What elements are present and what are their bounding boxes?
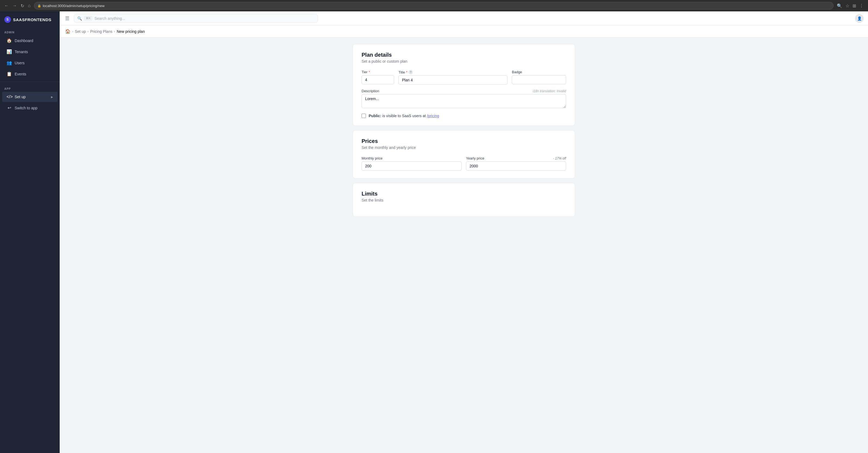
- tier-label: Tier *: [362, 70, 394, 74]
- yearly-input[interactable]: [466, 161, 566, 171]
- search-placeholder: Search anything...: [94, 16, 125, 21]
- breadcrumb-setup-label: Set up: [75, 29, 86, 34]
- prices-row: Monthly price Yearly price - 17% off: [362, 156, 566, 171]
- reload-button[interactable]: ↻: [20, 3, 25, 9]
- public-bold-label: Public:: [369, 114, 381, 118]
- star-icon[interactable]: ☆: [844, 3, 850, 9]
- sidebar: S SAASFRONTENDS ADMIN 🏠 Dashboard 📊 Tena…: [0, 11, 60, 453]
- sidebar-item-events[interactable]: 📋 Events: [2, 69, 58, 79]
- title-input[interactable]: [399, 76, 507, 85]
- public-text: is visible to SaaS users at: [382, 114, 427, 118]
- info-icon: ?: [408, 70, 413, 74]
- breadcrumb-pricing-plans[interactable]: Pricing Plans: [90, 29, 112, 34]
- breadcrumb-new: New pricing plan: [117, 29, 145, 34]
- prices-subtitle: Set the monthly and yearly price: [362, 145, 566, 150]
- badge-group: Badge: [512, 70, 566, 85]
- browser-nav: ← → ↻ ⌂: [3, 3, 32, 9]
- app-container: S SAASFRONTENDS ADMIN 🏠 Dashboard 📊 Tena…: [0, 11, 868, 453]
- extensions-icon[interactable]: ⊞: [851, 3, 857, 9]
- arrow-icon: ▶: [51, 95, 53, 98]
- main-content: ☰ 🔍 ⌘K Search anything... 👤 🏠 › Set up ›…: [60, 11, 868, 453]
- yearly-discount: - 17% off: [553, 156, 566, 160]
- limits-card: Limits Set the limits: [352, 183, 575, 217]
- badge-label: Badge: [512, 70, 566, 74]
- prices-card: Prices Set the monthly and yearly price …: [352, 130, 575, 179]
- description-header: Description i18n translation: Invalid: [362, 89, 566, 93]
- title-label: Title * ?: [399, 70, 507, 74]
- app-section-label: APP: [0, 84, 60, 91]
- plan-details-subtitle: Set a public or custom plan: [362, 59, 566, 63]
- home-button[interactable]: ⌂: [27, 3, 32, 9]
- public-checkbox[interactable]: [362, 114, 366, 118]
- breadcrumb-setup[interactable]: Set up: [75, 29, 86, 34]
- menu-icon[interactable]: ⋮: [858, 3, 865, 9]
- yearly-label: Yearly price: [466, 156, 484, 160]
- user-avatar[interactable]: 👤: [855, 14, 864, 23]
- page-content: Plan details Set a public or custom plan…: [60, 37, 868, 453]
- yearly-group: Yearly price - 17% off: [466, 156, 566, 171]
- tier-title-badge-row: Tier * Title * ? Badge: [362, 70, 566, 85]
- sidebar-item-switch[interactable]: ↩ Switch to app: [2, 102, 58, 113]
- sidebar-item-label: Switch to app: [14, 106, 37, 110]
- admin-section-label: ADMIN: [0, 28, 60, 35]
- limits-title: Limits: [362, 191, 566, 197]
- i18n-note: i18n translation: Invalid: [533, 89, 566, 93]
- public-link[interactable]: /pricing: [427, 114, 439, 118]
- sidebar-item-users[interactable]: 👥 Users: [2, 58, 58, 68]
- breadcrumb-pricing-label: Pricing Plans: [90, 29, 112, 34]
- forward-button[interactable]: →: [11, 3, 18, 9]
- tenants-icon: 📊: [6, 49, 12, 54]
- home-icon: 🏠: [65, 29, 70, 34]
- public-checkbox-row: Public: is visible to SaaS users at /pri…: [362, 114, 566, 118]
- monthly-group: Monthly price: [362, 156, 462, 171]
- url-text: localhost:3000/admin/setup/pricing/new: [43, 4, 105, 8]
- breadcrumb-sep-3: ›: [114, 30, 115, 33]
- logo-icon: S: [4, 16, 11, 23]
- events-icon: 📋: [6, 71, 12, 77]
- breadcrumb-sep-2: ›: [87, 30, 88, 33]
- yearly-header: Yearly price - 17% off: [466, 156, 566, 160]
- address-bar[interactable]: 🔒 localhost:3000/admin/setup/pricing/new: [34, 2, 834, 9]
- lock-icon: 🔒: [37, 4, 41, 8]
- description-row: Description i18n translation: Invalid Lo…: [362, 89, 566, 109]
- setup-icon: </>: [6, 94, 12, 99]
- hamburger-button[interactable]: ☰: [64, 14, 70, 23]
- search-shortcut: ⌘K: [84, 16, 92, 21]
- dashboard-icon: 🏠: [6, 38, 12, 43]
- sidebar-divider: [0, 82, 60, 82]
- sidebar-item-setup[interactable]: </> Set up ▶: [2, 92, 58, 102]
- badge-input[interactable]: [512, 75, 566, 84]
- top-bar-right: 👤: [855, 14, 864, 23]
- sidebar-item-label: Tenants: [14, 50, 28, 54]
- logo-text: SAASFRONTENDS: [13, 18, 52, 22]
- search-icon: 🔍: [77, 16, 82, 21]
- back-button[interactable]: ←: [3, 3, 10, 9]
- monthly-input[interactable]: [362, 161, 462, 171]
- browser-chrome: ← → ↻ ⌂ 🔒 localhost:3000/admin/setup/pri…: [0, 0, 868, 11]
- breadcrumb: 🏠 › Set up › Pricing Plans › New pricing…: [60, 26, 868, 37]
- plan-details-title: Plan details: [362, 52, 566, 58]
- sidebar-item-label: Dashboard: [14, 38, 33, 43]
- breadcrumb-new-label: New pricing plan: [117, 29, 145, 34]
- browser-toolbar-icons: 🔍 ☆ ⊞ ⋮: [836, 3, 865, 9]
- zoom-icon[interactable]: 🔍: [836, 3, 843, 9]
- sidebar-item-dashboard[interactable]: 🏠 Dashboard: [2, 35, 58, 46]
- description-label: Description: [362, 89, 379, 93]
- sidebar-logo: S SAASFRONTENDS: [0, 11, 60, 28]
- plan-details-card: Plan details Set a public or custom plan…: [352, 44, 575, 126]
- description-textarea[interactable]: Lorem...: [362, 94, 566, 108]
- top-bar: ☰ 🔍 ⌘K Search anything... 👤: [60, 11, 868, 26]
- sidebar-item-tenants[interactable]: 📊 Tenants: [2, 47, 58, 57]
- prices-title: Prices: [362, 138, 566, 144]
- breadcrumb-home[interactable]: 🏠: [65, 29, 70, 34]
- title-group: Title * ?: [399, 70, 507, 85]
- tier-input[interactable]: [362, 75, 394, 84]
- tier-group: Tier *: [362, 70, 394, 85]
- limits-subtitle: Set the limits: [362, 198, 566, 202]
- sidebar-item-label: Users: [14, 61, 25, 65]
- public-label: Public: is visible to SaaS users at /pri…: [369, 114, 439, 118]
- search-bar[interactable]: 🔍 ⌘K Search anything...: [74, 14, 318, 23]
- users-icon: 👥: [6, 60, 12, 65]
- sidebar-item-label: Set up: [14, 95, 26, 99]
- tier-required: *: [369, 70, 370, 74]
